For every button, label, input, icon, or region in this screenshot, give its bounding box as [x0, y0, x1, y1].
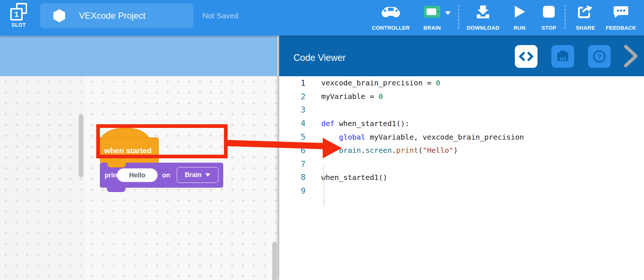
canvas-scrollbar[interactable] — [272, 242, 277, 280]
line-number: 2 — [279, 92, 306, 101]
print-target-dropdown[interactable]: Brain — [177, 167, 218, 183]
collapse-panel-chevron[interactable] — [622, 44, 640, 69]
hat-block-label: when started — [104, 146, 152, 155]
chevron-down-icon[interactable] — [445, 10, 451, 17]
toolbar-divider — [458, 5, 459, 29]
project-title-button[interactable]: VEXcode Project — [40, 3, 193, 28]
brain-icon — [424, 4, 441, 19]
topbar-action-label: RUN — [514, 25, 525, 31]
slot-icon: 1 — [10, 3, 27, 21]
line-number: 5 — [279, 132, 306, 141]
topbar-action-share[interactable]: SHARE — [571, 4, 600, 31]
svg-text:?: ? — [597, 53, 602, 60]
print-block-on-label: on — [162, 172, 170, 179]
topbar-action-run[interactable]: RUN — [509, 4, 531, 31]
code-line: 4def when_started1(): — [279, 117, 644, 130]
chevron-down-icon — [205, 173, 210, 177]
line-number: 3 — [279, 105, 306, 114]
line-number: 7 — [279, 159, 306, 169]
stop-icon — [543, 4, 555, 19]
code-line: 2myVariable = 0 — [279, 90, 644, 103]
code-brackets-icon — [519, 49, 533, 63]
code-editor-area[interactable]: 1vexcode_brain_precision = 02myVariable … — [279, 76, 644, 280]
run-icon — [514, 4, 525, 19]
code-viewer-panel: Code Viewer ? — [279, 36, 644, 280]
feedback-icon — [613, 4, 629, 19]
topbar-action-download[interactable]: DOWNLOAD — [463, 4, 503, 31]
help-button[interactable]: ? — [588, 45, 611, 68]
print-target-value: Brain — [185, 171, 202, 179]
chevron-right-icon — [622, 44, 640, 68]
code-line-text: brain.screen.print("Hello") — [321, 146, 458, 155]
slot-label: SLOT — [7, 22, 30, 28]
download-icon — [475, 4, 491, 19]
code-line: 7 — [279, 157, 644, 171]
topbar-action-label: FEEDBACK — [606, 25, 636, 31]
topbar-action-label: STOP — [542, 25, 556, 31]
toolbox-header-band — [0, 36, 277, 76]
slot-number: 1 — [10, 8, 23, 21]
topbar-action-stop[interactable]: STOP — [536, 4, 562, 31]
code-line: 9 — [279, 184, 644, 198]
print-block-bottom-tab — [107, 187, 126, 192]
code-line: 1vexcode_brain_precision = 0 — [279, 76, 644, 90]
code-viewer-title: Code Viewer — [293, 52, 346, 63]
topbar-action-label: SHARE — [576, 25, 595, 31]
code-line-text: myVariable = 0 — [321, 92, 383, 101]
topbar-action-label: CONTROLLER — [372, 25, 410, 31]
toolbar-divider — [565, 5, 566, 29]
code-line-text: global myVariable, vexcode_brain_precisi… — [321, 133, 524, 141]
line-number: 4 — [279, 119, 306, 128]
save-status: Not Saved — [202, 11, 238, 20]
topbar-action-label: DOWNLOAD — [467, 25, 499, 31]
line-number: 8 — [279, 173, 306, 182]
code-view-toggle-button[interactable] — [515, 45, 538, 68]
code-line: 3 — [279, 103, 644, 117]
hat-block-bottom-tab — [107, 163, 126, 167]
line-number: 1 — [279, 78, 306, 88]
top-navigation-bar: 1 SLOT VEXcode Project Not Saved CONTROL… — [0, 0, 644, 36]
print-value-text: Hello — [129, 172, 145, 179]
code-line-text: def when_started1(): — [321, 119, 409, 128]
controller-icon — [381, 4, 400, 19]
question-mark-icon: ? — [592, 49, 607, 64]
palette-scrollbar[interactable] — [79, 114, 83, 177]
when-started-block[interactable]: when started — [100, 128, 159, 163]
vexcode-app: 1 SLOT VEXcode Project Not Saved CONTROL… — [0, 0, 644, 280]
topbar-action-label: BRAIN — [423, 25, 441, 31]
code-line-text: when_started1() — [321, 173, 387, 182]
code-viewer-header: Code Viewer ? — [279, 36, 644, 76]
topbar-action-feedback[interactable]: FEEDBACK — [601, 4, 641, 31]
blocks-workspace-panel: when started print Hello on Brain — [0, 36, 277, 280]
brain-view-button[interactable] — [551, 45, 574, 68]
brain-port-icon — [555, 49, 570, 63]
code-line: 5 global myVariable, vexcode_brain_preci… — [279, 130, 644, 144]
code-line: 6 brain.screen.print("Hello") — [279, 144, 644, 157]
topbar-action-brain[interactable]: BRAIN — [418, 4, 447, 31]
hexagon-icon — [53, 9, 66, 23]
code-lines: 1vexcode_brain_precision = 02myVariable … — [279, 76, 644, 198]
line-number: 6 — [279, 146, 306, 155]
project-title: VEXcode Project — [79, 11, 145, 21]
line-number: 9 — [279, 186, 306, 195]
topbar-action-controller[interactable]: CONTROLLER — [367, 4, 415, 31]
slot-button[interactable]: 1 SLOT — [7, 3, 30, 33]
code-line-text: vexcode_brain_precision = 0 — [321, 78, 440, 87]
code-line: 8when_started1() — [279, 171, 644, 184]
indent-guide — [323, 166, 324, 206]
share-icon — [578, 4, 593, 19]
print-value-input[interactable]: Hello — [117, 168, 158, 182]
print-block[interactable]: print Hello on Brain — [100, 163, 223, 188]
